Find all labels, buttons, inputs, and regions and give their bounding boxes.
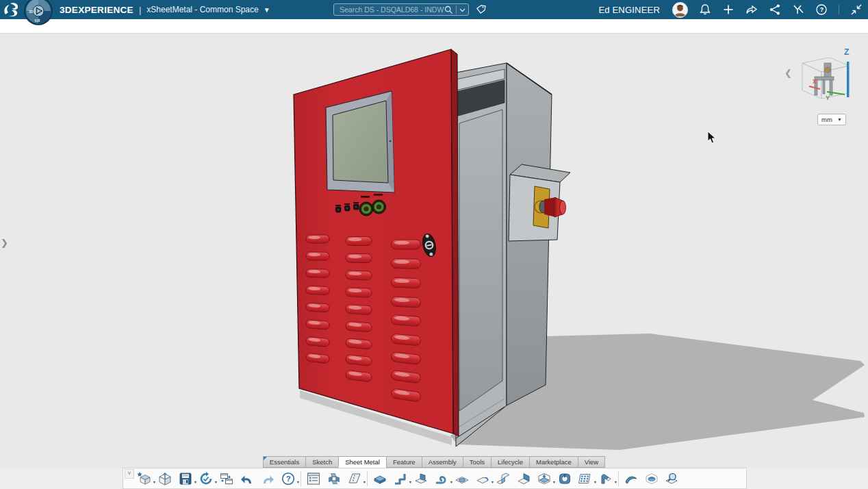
viewcube-collapse-chevron-icon[interactable]: ❮	[784, 68, 794, 80]
user-name[interactable]: Ed ENGINEER	[598, 5, 660, 15]
help-icon[interactable]: ?	[815, 3, 828, 16]
tab-feature[interactable]: Feature	[386, 456, 422, 468]
hmi-screen	[326, 91, 394, 192]
view-cube-widget[interactable]: X Y Z	[794, 42, 863, 108]
3dexperience-compass[interactable]: 3D V.R	[23, 0, 53, 27]
topbar-divider	[839, 5, 839, 14]
action-bar-toolbar: ˅ ▾ ▾ ▾ ? ▾	[123, 468, 747, 489]
viewport-3d[interactable]	[0, 0, 868, 489]
tab-tools[interactable]: Tools	[463, 456, 491, 468]
pattern-button[interactable]: ▾	[575, 469, 596, 488]
flat-tab-button[interactable]	[370, 469, 390, 488]
axis-z-label: Z	[844, 47, 849, 57]
circular-stamp-button[interactable]	[554, 469, 575, 488]
corner-relief-button[interactable]: ▾	[596, 469, 616, 488]
search-icon[interactable]	[444, 5, 453, 14]
bend-button[interactable]	[493, 469, 513, 488]
action-bar-tabs: Essentials Sketch Sheet Metal Feature As…	[0, 456, 868, 468]
hem-button[interactable]: ▾	[431, 469, 452, 488]
recess-stamp-button[interactable]	[452, 469, 472, 488]
update-refresh-button[interactable]: ▾	[196, 469, 216, 488]
title-divider: |	[139, 5, 141, 15]
fold-unfold-button[interactable]	[513, 469, 534, 488]
collapse-window-icon[interactable]	[850, 3, 863, 16]
cabinet-body	[456, 63, 552, 447]
notifications-bell-icon[interactable]	[699, 3, 711, 16]
emergency-stop-assembly	[509, 164, 570, 241]
compass-3d-label: 3D	[29, 10, 34, 14]
sheet-metal-parameters-button[interactable]	[303, 469, 324, 488]
dropdown-arrow-icon: ▾	[615, 479, 617, 485]
dropdown-arrow-icon: ▼	[837, 117, 842, 122]
dassault-3ds-logo[interactable]	[3, 1, 21, 18]
cabinet-door	[294, 49, 459, 436]
help-button[interactable]: ? ▾	[278, 469, 298, 488]
tab-assembly[interactable]: Assembly	[422, 456, 463, 468]
swym-icon[interactable]	[792, 3, 804, 16]
corner-round-button[interactable]: ▾	[472, 469, 493, 488]
tab-marketplace[interactable]: Marketplace	[529, 456, 578, 468]
svg-text:?: ?	[286, 475, 291, 483]
wall-on-edge-button[interactable]	[411, 469, 431, 488]
flange-button[interactable]: ▾	[390, 469, 411, 488]
dropdown-arrow-icon: ▾	[297, 479, 299, 485]
user-avatar[interactable]	[672, 2, 688, 18]
cube-model-thumbnail	[815, 63, 834, 95]
tag-icon[interactable]	[476, 3, 487, 16]
unfold-preview-button[interactable]	[324, 469, 344, 488]
save-button[interactable]: ▾	[175, 469, 196, 488]
tab-essentials[interactable]: Essentials	[263, 456, 305, 468]
toolbar-separator	[367, 471, 368, 486]
shape-pocket-button[interactable]	[641, 469, 662, 488]
dropdown-arrow-icon: ▾	[363, 479, 366, 485]
search-divider	[456, 5, 457, 14]
open-button[interactable]	[155, 469, 175, 488]
new-part-button[interactable]: ▾	[134, 469, 155, 488]
svg-text:?: ?	[820, 5, 824, 13]
top-bar: 3D V.R 3DEXPERIENCE | xSheetMetal - Comm…	[0, 0, 868, 19]
undo-button[interactable]	[237, 469, 257, 488]
toolbar-collapse-chevron-icon[interactable]: ˅	[125, 469, 134, 479]
tab-lifecycle[interactable]: Lifecycle	[491, 456, 529, 468]
share-network-icon[interactable]	[769, 3, 781, 16]
axis-y-label: Y	[826, 95, 830, 101]
search-options-chevron-icon[interactable]	[459, 7, 465, 13]
axis-x-label: X	[813, 78, 817, 85]
compass-vr-label: V.R	[35, 18, 40, 23]
swap-references-button[interactable]	[216, 469, 237, 488]
search-bar[interactable]	[333, 3, 469, 16]
wall-button[interactable]: ▾	[344, 469, 365, 488]
brand-3d: 3D	[60, 5, 72, 15]
toolbar-separator	[618, 471, 619, 486]
search-input[interactable]	[340, 5, 444, 14]
workspace-chevron-down-icon[interactable]: ▼	[264, 6, 270, 14]
surface-button[interactable]	[621, 469, 641, 488]
brand-experience: EXPERIENCE	[72, 5, 133, 15]
convert-to-sheet-metal-button[interactable]: ▾	[534, 469, 554, 488]
tab-sheet-metal[interactable]: Sheet Metal	[338, 456, 386, 468]
tab-view[interactable]: View	[578, 456, 605, 468]
application-window: X Y Z ❮ mm ▼ ❯ 3D V.R	[0, 0, 868, 489]
tab-sketch[interactable]: Sketch	[305, 456, 338, 468]
redo-button[interactable]	[257, 469, 278, 488]
units-value: mm	[821, 116, 832, 123]
mouse-cursor	[707, 131, 717, 145]
add-icon[interactable]	[722, 3, 735, 16]
left-panel-expander-icon[interactable]: ❯	[1, 238, 10, 251]
app-title: 3DEXPERIENCE | xSheetMetal - Common Spac…	[60, 5, 270, 15]
workspace-title[interactable]: xSheetMetal - Common Space	[146, 5, 258, 14]
toolbar-separator	[301, 471, 301, 486]
modified-indicator	[264, 457, 267, 460]
units-dropdown[interactable]: mm ▼	[817, 114, 846, 125]
search-feature-button[interactable]	[662, 469, 682, 488]
forward-share-icon[interactable]	[745, 3, 758, 16]
